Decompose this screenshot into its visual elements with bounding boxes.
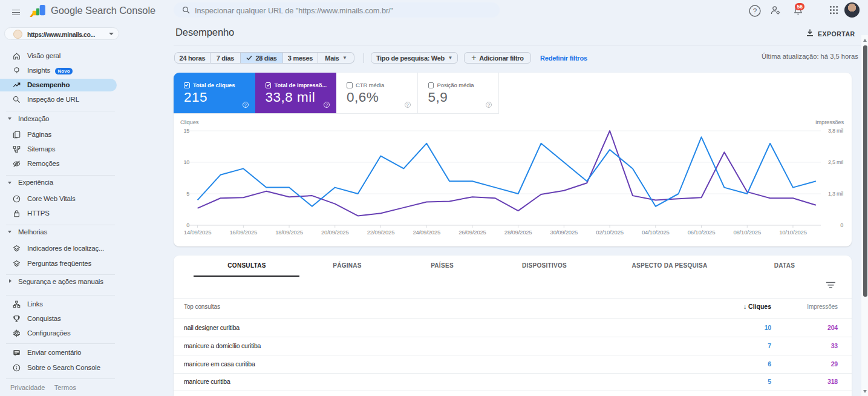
svg-text:5: 5 [186, 191, 189, 197]
svg-text:30/09/2025: 30/09/2025 [550, 229, 578, 236]
svg-text:0: 0 [186, 222, 189, 228]
svg-text:3,8 mil: 3,8 mil [828, 128, 843, 134]
svg-text:2,5 mil: 2,5 mil [828, 159, 843, 165]
svg-text:26/09/2025: 26/09/2025 [458, 229, 486, 236]
svg-text:22/09/2025: 22/09/2025 [367, 229, 395, 236]
svg-text:?: ? [753, 7, 757, 15]
svg-text:10: 10 [183, 159, 189, 165]
svg-text:14/09/2025: 14/09/2025 [184, 229, 212, 236]
svg-text:18/09/2025: 18/09/2025 [275, 229, 303, 236]
svg-text:04/10/2025: 04/10/2025 [642, 229, 670, 236]
svg-text:24/09/2025: 24/09/2025 [413, 229, 440, 236]
svg-text:1,3 mil: 1,3 mil [828, 191, 843, 197]
svg-text:02/10/2025: 02/10/2025 [596, 229, 624, 236]
svg-text:20/09/2025: 20/09/2025 [321, 229, 349, 236]
svg-text:16/09/2025: 16/09/2025 [230, 229, 258, 236]
svg-text:06/10/2025: 06/10/2025 [688, 229, 716, 236]
svg-text:28/09/2025: 28/09/2025 [504, 229, 532, 236]
svg-text:10/10/2025: 10/10/2025 [779, 229, 807, 236]
svg-text:08/10/2025: 08/10/2025 [733, 229, 761, 236]
svg-text:15: 15 [183, 128, 189, 134]
svg-text:Cliques: Cliques [180, 119, 199, 125]
svg-text:0: 0 [840, 222, 843, 228]
svg-text:Impressões: Impressões [815, 119, 844, 125]
